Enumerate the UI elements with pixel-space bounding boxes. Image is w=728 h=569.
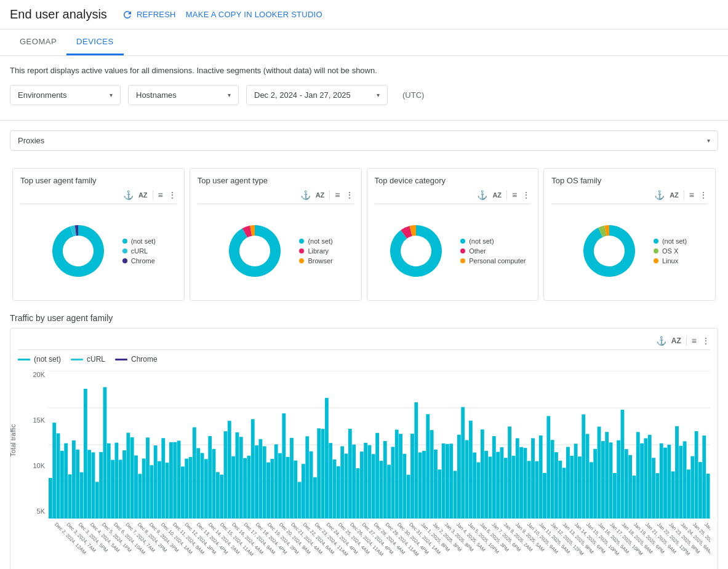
- filter-icon-os_family[interactable]: ≡: [689, 190, 694, 200]
- svg-rect-105: [422, 451, 426, 519]
- svg-rect-173: [687, 469, 690, 519]
- svg-rect-41: [173, 442, 177, 519]
- svg-rect-20: [92, 452, 95, 519]
- az-icon-traffic[interactable]: AZ: [671, 336, 681, 345]
- svg-rect-77: [313, 477, 317, 519]
- hostnames-label: Hostnames: [136, 90, 177, 100]
- svg-rect-74: [302, 464, 305, 519]
- svg-rect-37: [158, 461, 161, 519]
- tab-geomap[interactable]: GEOMAP: [10, 30, 66, 55]
- svg-rect-18: [84, 389, 87, 519]
- svg-rect-13: [64, 444, 68, 519]
- svg-rect-78: [317, 428, 321, 519]
- svg-rect-31: [134, 455, 138, 519]
- az-icon-device_category[interactable]: AZ: [492, 191, 502, 199]
- svg-rect-39: [166, 463, 169, 519]
- svg-rect-55: [228, 421, 231, 519]
- section-divider1: [0, 120, 728, 121]
- chart-title-user_agent_type: Top user agent type: [198, 176, 354, 185]
- filter-icon-user_agent_family[interactable]: ≡: [158, 190, 163, 200]
- svg-rect-172: [683, 441, 687, 519]
- info-bar: This report displays active values for a…: [0, 56, 728, 80]
- svg-rect-9: [49, 478, 52, 519]
- svg-rect-91: [368, 445, 372, 519]
- legend-item: Linux: [654, 257, 687, 265]
- info-text: This report displays active values for a…: [10, 66, 377, 75]
- filters-row1: Environments ▾ Hostnames ▾ Dec 2, 2024 -…: [0, 80, 728, 115]
- environments-chevron: ▾: [110, 92, 113, 98]
- svg-rect-43: [181, 466, 185, 519]
- tabs-bar: GEOMAP DEVICES: [0, 30, 728, 56]
- environments-filter[interactable]: Environments ▾: [10, 85, 121, 105]
- az-icon-os_family[interactable]: AZ: [670, 191, 679, 199]
- svg-rect-140: [558, 461, 562, 519]
- legend-user_agent_family: (not set) cURL Chrome: [122, 237, 156, 265]
- filter-icon-traffic[interactable]: ≡: [692, 336, 697, 346]
- anchor-icon-user_agent_family[interactable]: ⚓: [123, 190, 134, 200]
- svg-rect-150: [598, 427, 601, 519]
- svg-rect-120: [481, 429, 484, 519]
- svg-rect-72: [294, 461, 297, 519]
- anchor-icon-os_family[interactable]: ⚓: [654, 190, 665, 200]
- anchor-icon-device_category[interactable]: ⚓: [477, 190, 487, 200]
- more-icon-device_category[interactable]: ⋮: [522, 190, 530, 200]
- anchor-icon-traffic[interactable]: ⚓: [656, 336, 666, 346]
- svg-rect-35: [150, 465, 153, 519]
- svg-rect-59: [243, 458, 247, 519]
- y-axis: 20K15K10K5K: [18, 371, 49, 553]
- legend-dot: [299, 249, 304, 253]
- svg-rect-81: [329, 443, 332, 519]
- utc-text: (UTC): [402, 90, 424, 100]
- more-icon-traffic[interactable]: ⋮: [702, 336, 710, 346]
- proxies-filter[interactable]: Proxies ▾: [10, 130, 718, 151]
- svg-rect-102: [410, 434, 414, 519]
- svg-rect-97: [391, 447, 394, 519]
- donut-container-os_family: 100% (not set) OS X Linux: [551, 209, 708, 293]
- svg-rect-96: [387, 464, 391, 519]
- legend-dot: [299, 258, 304, 263]
- svg-rect-121: [484, 451, 488, 519]
- donut-container-device_category: 100% (not set) Other Personal computer: [375, 209, 531, 293]
- svg-rect-127: [508, 426, 511, 519]
- hostnames-filter[interactable]: Hostnames ▾: [128, 85, 239, 105]
- svg-rect-87: [352, 445, 356, 519]
- svg-rect-178: [706, 474, 710, 519]
- filters-row2: Proxies ▾: [0, 125, 728, 161]
- more-icon-user_agent_family[interactable]: ⋮: [168, 190, 177, 200]
- copy-looker-button[interactable]: MAKE A COPY IN LOOKER STUDIO: [186, 10, 322, 19]
- filter-icon-user_agent_type[interactable]: ≡: [335, 190, 340, 200]
- svg-rect-80: [325, 398, 329, 519]
- svg-rect-167: [663, 448, 667, 519]
- more-icon-user_agent_type[interactable]: ⋮: [345, 190, 354, 200]
- filter-icon-device_category[interactable]: ≡: [512, 190, 517, 200]
- az-icon-user_agent_family[interactable]: AZ: [138, 191, 148, 199]
- tab-devices[interactable]: DEVICES: [66, 30, 124, 55]
- more-icon-os_family[interactable]: ⋮: [699, 190, 708, 200]
- legend-line-bar: [71, 359, 83, 360]
- refresh-button[interactable]: REFRESH: [122, 9, 176, 20]
- svg-rect-54: [224, 431, 228, 519]
- anchor-icon-user_agent_type[interactable]: ⚓: [300, 190, 311, 200]
- traffic-legend-item: (not set): [18, 355, 61, 364]
- legend-label: (not set): [308, 237, 332, 245]
- svg-rect-64: [263, 446, 266, 519]
- svg-rect-166: [660, 444, 663, 519]
- svg-rect-19: [87, 450, 91, 519]
- legend-dot: [122, 258, 127, 263]
- svg-rect-38: [161, 438, 165, 519]
- svg-rect-58: [239, 437, 243, 519]
- svg-rect-128: [512, 456, 516, 519]
- svg-rect-124: [496, 452, 500, 519]
- az-icon-user_agent_type[interactable]: AZ: [316, 191, 325, 199]
- chart-card-user_agent_type: Top user agent type ⚓ AZ ≡ ⋮ 100% (not s…: [190, 168, 362, 301]
- svg-rect-129: [516, 438, 519, 519]
- svg-rect-30: [130, 437, 134, 519]
- svg-rect-68: [278, 453, 282, 519]
- legend-item: (not set): [654, 237, 687, 245]
- svg-rect-160: [636, 432, 640, 519]
- svg-rect-149: [593, 449, 597, 519]
- date-range-filter[interactable]: Dec 2, 2024 - Jan 27, 2025 ▾: [246, 85, 388, 105]
- legend-dot: [654, 249, 658, 253]
- svg-rect-53: [220, 475, 223, 519]
- chart-toolbar-user_agent_type: ⚓ AZ ≡ ⋮: [198, 190, 354, 204]
